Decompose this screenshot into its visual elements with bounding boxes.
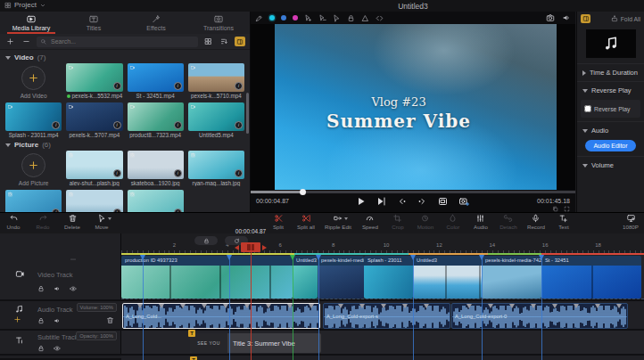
fullscreen-icon[interactable] <box>564 206 570 212</box>
resolution-button[interactable]: 1080P <box>622 214 640 230</box>
toolbar-button[interactable]: Color <box>444 214 462 230</box>
mark-frame-button[interactable] <box>438 196 449 207</box>
trash-icon[interactable] <box>106 316 114 324</box>
reverse-play-checkbox[interactable] <box>584 105 591 112</box>
motion-icon[interactable] <box>376 14 384 22</box>
video-clip[interactable]: production ID 4937323 <box>121 256 293 299</box>
audio-clip[interactable]: A_Long_Cold-export-s <box>323 303 450 329</box>
timeline-marker-flag[interactable] <box>479 255 484 260</box>
lock-icon[interactable] <box>37 317 45 324</box>
media-item-picture[interactable]: i ryan-mag...lash.jpg <box>188 151 244 188</box>
toolbar-button[interactable]: Motion <box>417 214 434 230</box>
play-to-end-button[interactable] <box>376 196 387 207</box>
audio-clip[interactable]: A_Long_Cold-export-0 <box>451 303 628 329</box>
panel-tab[interactable]: Transitions <box>187 12 250 34</box>
panel-tab[interactable]: Titles <box>62 12 125 34</box>
add-audio-track-icon[interactable] <box>13 315 21 323</box>
next-frame-button[interactable] <box>417 196 428 207</box>
cursor-add-icon[interactable] <box>304 14 312 22</box>
add-video-button[interactable]: Add Video <box>5 63 62 101</box>
snapshot-button[interactable] <box>458 196 471 207</box>
add-picture-button[interactable]: Add Picture <box>5 151 62 188</box>
overlay-dot-magenta[interactable] <box>293 15 298 20</box>
timeline-marker-flag[interactable] <box>290 255 295 260</box>
overlay-dot-blue[interactable] <box>281 15 286 20</box>
subtitle-clip[interactable]: T SEE YOU Title 3: Summer Vibe <box>190 333 321 353</box>
timeline-marker-flag[interactable] <box>316 255 321 260</box>
panel-toggle-button[interactable] <box>235 37 245 46</box>
panel-tab[interactable]: Media Library <box>0 12 62 34</box>
mute-icon[interactable] <box>54 285 61 292</box>
section-volume[interactable]: Volume <box>577 156 644 174</box>
section-time-duration[interactable]: Time & Duration <box>577 63 644 81</box>
toolbar-button[interactable]: Redo <box>34 214 52 230</box>
video-clip[interactable]: Untitled3 <box>293 256 318 299</box>
scrubber-handle[interactable] <box>300 189 306 195</box>
visibility-icon[interactable] <box>70 285 77 292</box>
media-item-video[interactable]: i Untitled5.mp4 <box>188 102 244 138</box>
media-item-video[interactable]: i product8...7323.mp4 <box>128 102 184 138</box>
cursor-icon[interactable] <box>333 14 341 22</box>
section-audio[interactable]: Audio <box>577 121 644 139</box>
video-clip[interactable]: St - 32451 <box>541 256 641 299</box>
toolbar-button[interactable]: Split <box>269 214 287 230</box>
lock-icon[interactable] <box>37 345 45 352</box>
media-item-video[interactable]: i pexels-k...5532.mp4 <box>66 63 122 101</box>
play-button[interactable] <box>356 196 367 207</box>
compare-icon[interactable] <box>552 206 558 212</box>
keyframe-icon[interactable] <box>361 14 369 22</box>
audio-editor-button[interactable]: Audio Editor <box>585 140 635 151</box>
toolbar-button[interactable]: Split all <box>297 214 315 230</box>
overlay-dot-cyan[interactable] <box>269 15 275 20</box>
toolbar-button[interactable]: Detach <box>500 214 517 230</box>
media-item-picture[interactable]: i skateboa...1920.jpg <box>128 151 184 188</box>
timeline-marker-flag[interactable] <box>140 255 145 260</box>
video-clip[interactable]: pexels-kindel-media-7425 <box>482 256 541 299</box>
media-item-video[interactable]: i Splash - 23011.mp4 <box>5 102 62 138</box>
video-clip[interactable]: Untitled3 <box>413 256 482 299</box>
add-media-button[interactable] <box>4 37 16 46</box>
video-section-header[interactable]: Video (7) <box>5 53 244 61</box>
cursor-range-icon[interactable] <box>318 14 326 22</box>
video-clip[interactable]: Splash - 23011 <box>364 256 413 299</box>
toolbar-button[interactable]: Speed <box>361 214 379 230</box>
project-menu[interactable]: Project <box>4 1 46 9</box>
media-item-video[interactable]: i St - 32451.mp4 <box>128 63 184 101</box>
toolbar-button[interactable]: Move <box>93 214 111 230</box>
toolbar-button[interactable]: Record <box>527 214 545 230</box>
section-reverse-play[interactable]: Reverse Play <box>577 81 644 99</box>
audio-clip[interactable]: A_Long_Cold... <box>122 303 320 329</box>
toolbar-button[interactable]: Crop <box>389 214 407 230</box>
toolbar-button[interactable]: Delete <box>63 214 81 230</box>
media-item-video[interactable]: i pexels-k...5710.mp4 <box>188 63 244 101</box>
fold-all-button[interactable]: Fold All <box>611 15 640 22</box>
snapshot-icon[interactable] <box>546 13 555 22</box>
pen-icon[interactable] <box>255 14 263 22</box>
next-track-lane[interactable] <box>121 356 644 360</box>
timeline-marker-flag[interactable] <box>227 255 232 260</box>
track-menu-icon[interactable] <box>68 257 78 262</box>
toolbar-button[interactable]: Text <box>555 214 573 230</box>
lock-icon[interactable] <box>347 14 355 22</box>
timeline-marker-flag[interactable] <box>410 255 416 260</box>
media-item-picture[interactable]: i alev-shut...plash.jpg <box>66 151 122 188</box>
media-item-video[interactable]: i pexels-k...5707.mp4 <box>66 102 122 138</box>
preview-scrubber[interactable] <box>251 191 575 193</box>
toolbar-button[interactable]: Ripple Edit <box>325 214 351 230</box>
search-input[interactable] <box>49 37 194 45</box>
video-clip[interactable]: pexels-kindel-media-7425297 <box>318 256 364 299</box>
remove-media-button[interactable] <box>21 37 32 46</box>
previous-frame-button[interactable] <box>397 196 408 207</box>
timeline-marker-flag[interactable] <box>539 255 544 260</box>
grid-view-button[interactable] <box>202 37 214 46</box>
visibility-icon[interactable] <box>54 345 61 352</box>
toolbar-button[interactable]: Undo <box>4 214 22 230</box>
media-scrollbar[interactable] <box>246 93 249 134</box>
toolbar-button[interactable]: Audio <box>472 214 490 230</box>
speaker-icon[interactable] <box>562 13 571 22</box>
lock-icon[interactable] <box>37 285 45 292</box>
sort-button[interactable] <box>219 37 230 46</box>
inspector-toggle-button[interactable] <box>581 14 590 23</box>
timeline-lock-button[interactable] <box>194 236 218 245</box>
panel-tab[interactable]: Effects <box>125 12 187 34</box>
